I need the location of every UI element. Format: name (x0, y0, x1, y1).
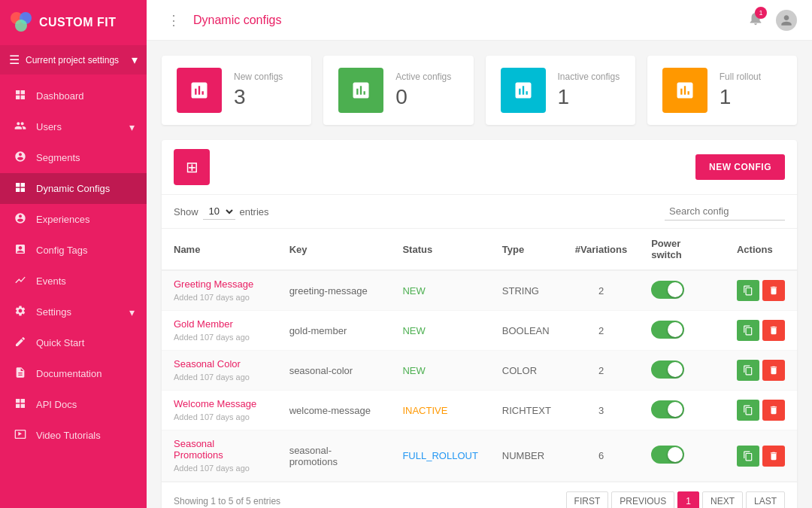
sidebar-nav: Dashboard Users ▾ Segments Dynamic Confi… (0, 75, 147, 508)
pagination-page-1[interactable]: 1 (677, 491, 699, 508)
pagination-first[interactable]: FIRST (566, 491, 609, 508)
chevron-down-icon: ▾ (132, 53, 138, 67)
config-added-2: Added 107 days ago (174, 373, 250, 382)
stat-icon-inactive-configs (501, 68, 546, 113)
sidebar-item-config-tags[interactable]: Config Tags (0, 235, 147, 266)
settings-label: Settings (36, 306, 71, 318)
cell-key-4: seasonal-promotions (277, 430, 391, 482)
more-options-button[interactable]: ⋮ (162, 8, 186, 32)
api-docs-icon (12, 397, 29, 412)
stat-value-full-rollout: 1 (720, 85, 761, 109)
new-config-button[interactable]: NEW CONFIG (695, 154, 785, 180)
stat-label-active-configs: Active configs (395, 71, 451, 82)
entries-label: entries (240, 206, 269, 217)
video-tutorials-label: Video Tutorials (36, 430, 101, 441)
delete-button-2[interactable] (762, 360, 785, 381)
cell-key-1: gold-member (277, 311, 391, 351)
users-arrow-icon: ▾ (129, 121, 135, 133)
table-row: Welcome Message Added 107 days ago welco… (162, 391, 797, 430)
pagination-row: Showing 1 to 5 of 5 entries FIRST PREVIO… (162, 482, 797, 508)
stat-info-active-configs: Active configs 0 (395, 71, 451, 109)
power-toggle-4[interactable] (651, 446, 684, 464)
page-title: Dynamic configs (193, 14, 747, 27)
showing-text: Showing 1 to 5 of 5 entries (174, 496, 280, 506)
col-name: Name (162, 229, 277, 270)
cell-key-0: greeting-message (277, 270, 391, 311)
config-tags-label: Config Tags (36, 245, 87, 256)
sidebar-item-api-docs[interactable]: API Docs (0, 389, 147, 420)
sidebar-item-segments[interactable]: Segments (0, 142, 147, 173)
cell-actions-4 (725, 430, 797, 482)
pagination-next[interactable]: NEXT (702, 491, 743, 508)
svg-point-2 (15, 20, 27, 32)
entries-select[interactable]: 10 25 50 (203, 203, 235, 220)
copy-button-4[interactable] (737, 446, 759, 467)
cell-name-2: Seasonal Color Added 107 days ago (162, 351, 277, 391)
cell-variations-3: 3 (563, 391, 639, 430)
user-avatar[interactable] (776, 10, 797, 31)
copy-button-1[interactable] (737, 320, 759, 341)
sidebar-item-experiences[interactable]: Experiences (0, 204, 147, 235)
cell-type-0: STRING (490, 270, 563, 311)
power-toggle-0[interactable] (651, 281, 684, 299)
copy-button-2[interactable] (737, 360, 759, 381)
sidebar-item-settings[interactable]: Settings ▾ (0, 297, 147, 327)
cell-toggle-2 (639, 351, 725, 391)
config-added-3: Added 107 days ago (174, 412, 250, 421)
sidebar-item-documentation[interactable]: Documentation (0, 358, 147, 389)
sidebar-item-quick-start[interactable]: Quick Start (0, 327, 147, 358)
col-actions: Actions (725, 229, 797, 270)
config-name-link-4[interactable]: Seasonal Promotions (174, 438, 265, 461)
sidebar-item-events[interactable]: Events (0, 266, 147, 297)
stat-icon-new-configs (177, 68, 222, 113)
table-row: Gold Member Added 107 days ago gold-memb… (162, 311, 797, 351)
pagination-last[interactable]: LAST (746, 491, 785, 508)
notifications-button[interactable]: 1 (747, 10, 764, 30)
pagination-previous[interactable]: PREVIOUS (611, 491, 674, 508)
config-name-link-0[interactable]: Greeting Message (174, 278, 265, 290)
power-toggle-3[interactable] (651, 400, 684, 418)
cell-toggle-4 (639, 430, 725, 482)
delete-button-0[interactable] (762, 280, 785, 301)
cell-status-2: NEW (390, 351, 489, 391)
dashboard-icon (12, 89, 29, 103)
cell-variations-2: 2 (563, 351, 639, 391)
delete-button-3[interactable] (762, 400, 785, 421)
config-name-link-2[interactable]: Seasonal Color (174, 358, 265, 370)
show-label: Show (174, 206, 198, 217)
copy-button-0[interactable] (737, 280, 759, 301)
sidebar-item-users[interactable]: Users ▾ (0, 111, 147, 142)
stat-value-new-configs: 3 (234, 85, 283, 109)
sidebar-item-dynamic-configs[interactable]: Dynamic Configs (0, 173, 147, 204)
cell-toggle-3 (639, 391, 725, 430)
col-key: Key (277, 229, 391, 270)
table-icon: ⊞ (174, 149, 210, 185)
cell-key-3: welcome-message (277, 391, 391, 430)
sidebar-item-dashboard[interactable]: Dashboard (0, 81, 147, 111)
notification-badge: 1 (755, 7, 767, 19)
segments-label: Segments (36, 152, 80, 163)
copy-button-3[interactable] (737, 400, 759, 421)
sidebar-item-video-tutorials[interactable]: Video Tutorials (0, 420, 147, 451)
config-name-link-3[interactable]: Welcome Message (174, 398, 265, 409)
cell-name-3: Welcome Message Added 107 days ago (162, 391, 277, 430)
cell-key-2: seasonal-color (277, 351, 391, 391)
sidebar-project[interactable]: ☰ Current project settings ▾ (0, 45, 147, 75)
delete-button-1[interactable] (762, 320, 785, 341)
experiences-label: Experiences (36, 214, 90, 225)
stat-info-full-rollout: Full rollout 1 (720, 71, 761, 109)
search-config-input[interactable] (665, 202, 785, 221)
config-added-0: Added 107 days ago (174, 293, 250, 302)
cell-toggle-1 (639, 311, 725, 351)
stat-label-new-configs: New configs (234, 71, 283, 82)
cell-status-0: NEW (390, 270, 489, 311)
table-row: Greeting Message Added 107 days ago gree… (162, 270, 797, 311)
cell-actions-1 (725, 311, 797, 351)
config-name-link-1[interactable]: Gold Member (174, 318, 265, 330)
power-toggle-1[interactable] (651, 321, 684, 339)
stat-info-inactive-configs: Inactive configs 1 (558, 71, 620, 109)
power-toggle-2[interactable] (651, 360, 684, 379)
menu-icon: ☰ (9, 53, 20, 67)
stat-icon-full-rollout (662, 68, 707, 113)
delete-button-4[interactable] (762, 446, 785, 467)
